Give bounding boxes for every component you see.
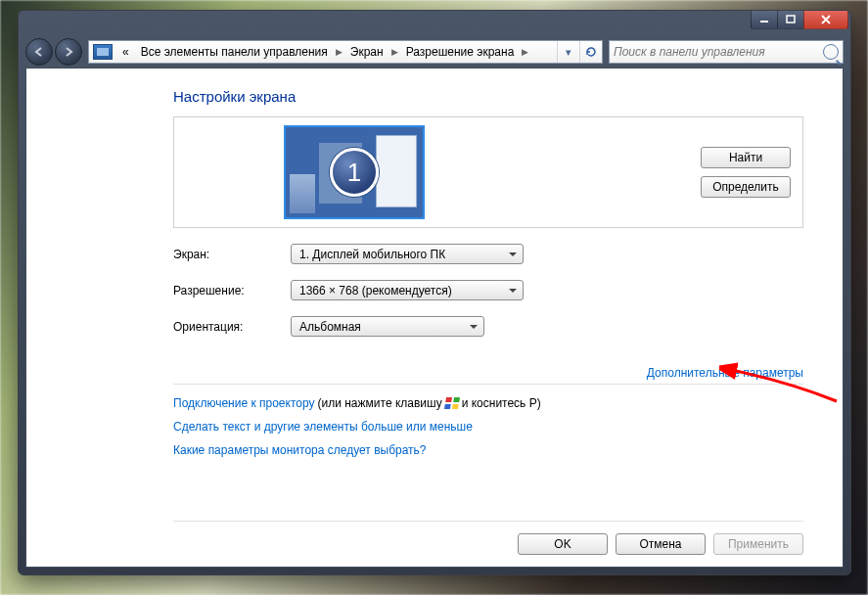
- projector-hint-a: (или нажмите клавишу: [318, 396, 442, 410]
- monitor-help-link[interactable]: Какие параметры монитора следует выбрать…: [173, 443, 427, 457]
- orientation-combo[interactable]: Альбомная: [291, 316, 484, 337]
- control-panel-window: « Все элементы панели управления ▶ Экран…: [18, 10, 851, 575]
- refresh-button[interactable]: [579, 41, 602, 63]
- projector-link[interactable]: Подключение к проектору: [173, 396, 315, 410]
- monitor-thumbnail[interactable]: 1: [284, 125, 425, 219]
- back-button[interactable]: [25, 38, 53, 66]
- titlebar: [19, 11, 850, 36]
- nav-bar: « Все элементы панели управления ▶ Экран…: [25, 36, 844, 68]
- maximize-button[interactable]: [777, 10, 804, 29]
- display-combo[interactable]: 1. Дисплей мобильного ПК: [291, 244, 524, 264]
- svg-rect-0: [760, 21, 768, 23]
- breadcrumb-sep-icon: ▶: [520, 47, 530, 57]
- monitor-number: 1: [330, 148, 379, 197]
- ok-button[interactable]: OK: [518, 533, 608, 555]
- control-panel-icon: [93, 44, 113, 60]
- resolution-combo[interactable]: 1366 × 768 (рекомендуется): [291, 280, 524, 300]
- minimize-button[interactable]: [751, 10, 778, 29]
- address-bar[interactable]: « Все элементы панели управления ▶ Экран…: [88, 40, 603, 64]
- breadcrumb-item[interactable]: Разрешение экрана: [400, 41, 521, 63]
- detect-button[interactable]: Найти: [701, 147, 791, 168]
- address-dropdown-button[interactable]: ▾: [557, 41, 579, 63]
- breadcrumb-sep-icon: ▶: [389, 47, 400, 57]
- identify-button[interactable]: Определить: [701, 176, 791, 198]
- projector-hint-b: и коснитесь P): [462, 396, 541, 410]
- search-placeholder: Поиск в панели управления: [614, 45, 765, 59]
- display-label: Экран:: [173, 248, 291, 261]
- page-title: Настройки экрана: [173, 88, 803, 105]
- breadcrumb-sep-icon: ▶: [334, 47, 344, 57]
- svg-rect-1: [787, 16, 795, 23]
- forward-button[interactable]: [55, 38, 82, 66]
- search-icon: [823, 44, 839, 60]
- text-size-link[interactable]: Сделать текст и другие элементы больше и…: [173, 420, 473, 434]
- display-preview: 1 Найти Определить: [173, 116, 803, 228]
- cancel-button[interactable]: Отмена: [616, 533, 706, 555]
- breadcrumb-item[interactable]: Все элементы панели управления: [135, 41, 334, 63]
- search-input[interactable]: Поиск в панели управления: [609, 40, 844, 64]
- advanced-settings-link[interactable]: Дополнительные параметры: [647, 366, 803, 380]
- resolution-label: Разрешение:: [173, 284, 291, 298]
- content-area: Настройки экрана 1 Найти Определить Экра…: [25, 68, 844, 568]
- breadcrumb-prefix: «: [116, 41, 135, 63]
- breadcrumb-item[interactable]: Экран: [344, 41, 389, 63]
- orientation-label: Ориентация:: [173, 320, 291, 334]
- dialog-footer: OK Отмена Применить: [173, 521, 803, 555]
- apply-button: Применить: [713, 533, 803, 555]
- windows-key-icon: [444, 397, 460, 409]
- close-button[interactable]: [803, 10, 848, 29]
